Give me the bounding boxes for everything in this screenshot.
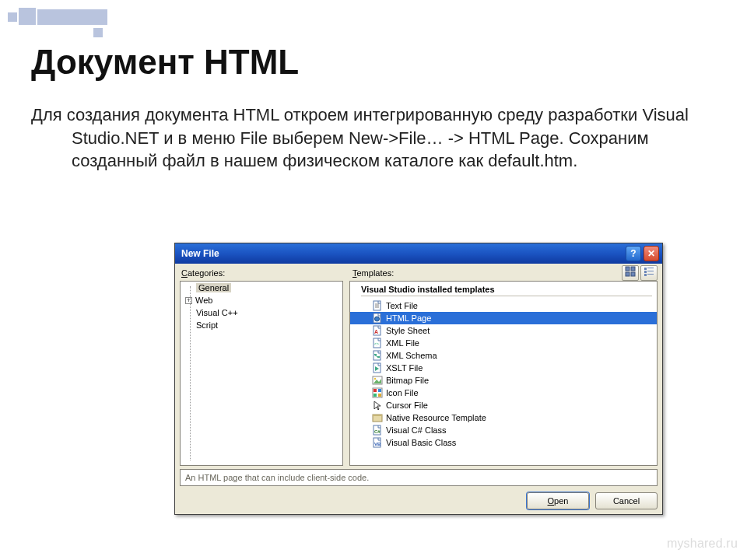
template-item-label: XSLT File <box>386 363 423 373</box>
template-item[interactable]: HTML Page <box>350 312 657 324</box>
tree-item-label: Visual C++ <box>196 308 238 317</box>
svg-text:<>: <> <box>374 341 379 346</box>
view-large-icons-button[interactable] <box>622 265 639 281</box>
tree-item[interactable]: General <box>181 282 342 294</box>
template-item-label: Style Sheet <box>386 326 430 335</box>
svg-rect-36 <box>373 415 382 416</box>
template-item[interactable]: Icon File <box>350 387 657 399</box>
svg-rect-1 <box>631 267 635 271</box>
template-item[interactable]: <>XML File <box>350 337 657 349</box>
tree-item[interactable]: Script <box>181 319 342 331</box>
small-icons-icon <box>644 266 654 280</box>
svg-point-15 <box>375 317 380 321</box>
svg-marker-34 <box>374 401 381 410</box>
svg-rect-33 <box>378 394 381 397</box>
help-button[interactable]: ? <box>626 246 641 261</box>
tree-item-label: Script <box>196 320 218 330</box>
cs-icon: C# <box>372 425 383 436</box>
template-item-label: Native Resource Template <box>386 413 486 422</box>
titlebar[interactable]: New File ? ✕ <box>175 243 662 264</box>
tree-item[interactable]: Visual C++ <box>181 306 342 319</box>
svg-rect-0 <box>626 267 630 271</box>
svg-rect-32 <box>374 394 377 397</box>
css-icon: A <box>372 325 383 336</box>
window-title: New File <box>181 248 623 259</box>
template-item-label: Bitmap File <box>386 376 429 385</box>
svg-text:C#: C# <box>374 429 381 434</box>
svg-rect-5 <box>647 268 654 268</box>
watermark: myshared.ru <box>667 537 738 551</box>
templates-label: Templates: <box>352 268 394 278</box>
description-bar: An HTML page that can include client-sid… <box>180 469 658 486</box>
svg-rect-4 <box>644 268 647 270</box>
view-small-icons-button[interactable] <box>640 265 658 281</box>
template-item-label: Cursor File <box>386 401 428 410</box>
xsd-icon <box>372 350 383 361</box>
group-header: Visual Studio installed templates <box>350 282 657 296</box>
template-item-label: Icon File <box>386 388 419 397</box>
open-button[interactable]: Open <box>527 492 589 509</box>
template-item[interactable]: XML Schema <box>350 349 657 362</box>
large-icons-icon <box>625 266 636 280</box>
vb-icon: VB <box>372 437 383 448</box>
categories-tree[interactable]: General+WebVisual C++Script <box>180 281 343 466</box>
template-item-label: XML Schema <box>386 351 437 360</box>
template-item[interactable]: VBVisual Basic Class <box>350 436 657 449</box>
cursor-icon <box>372 400 383 411</box>
template-item[interactable]: Native Resource Template <box>350 411 657 424</box>
bmp-icon <box>372 375 383 386</box>
res-icon <box>372 412 383 423</box>
template-item-label: XML File <box>386 338 419 348</box>
template-item-label: Text File <box>386 301 418 310</box>
icon-icon <box>372 387 383 398</box>
tree-item-label: Web <box>195 296 212 305</box>
expander-icon[interactable]: + <box>185 297 192 304</box>
svg-rect-2 <box>626 272 630 276</box>
template-item[interactable]: AStyle Sheet <box>350 324 657 337</box>
tree-item-label: General <box>196 283 231 292</box>
svg-rect-31 <box>378 389 381 392</box>
template-item[interactable]: Cursor File <box>350 399 657 411</box>
xml-icon: <> <box>372 338 383 348</box>
categories-label: Categories: <box>181 268 225 278</box>
svg-rect-30 <box>374 389 377 392</box>
template-item[interactable]: Text File <box>350 299 657 312</box>
svg-rect-8 <box>644 274 647 276</box>
html-icon <box>372 313 383 324</box>
template-item-label: HTML Page <box>386 313 431 323</box>
text-icon <box>372 300 383 311</box>
svg-text:VB: VB <box>374 442 381 446</box>
xslt-icon <box>372 362 383 373</box>
svg-rect-3 <box>631 272 635 276</box>
slide-decoration <box>8 5 109 36</box>
template-item[interactable]: XSLT File <box>350 362 657 374</box>
svg-rect-9 <box>647 274 654 275</box>
new-file-dialog: New File ? ✕ Categories: Templates: Gene… <box>174 243 663 515</box>
tree-item[interactable]: +Web <box>181 294 342 306</box>
template-item[interactable]: C#Visual C# Class <box>350 424 657 436</box>
cancel-button[interactable]: Cancel <box>595 492 658 509</box>
template-item[interactable]: Bitmap File <box>350 374 657 387</box>
svg-rect-7 <box>647 271 654 271</box>
close-button[interactable]: ✕ <box>644 246 659 261</box>
page-title: Документ HTML <box>31 43 747 82</box>
template-item-label: Visual Basic Class <box>386 438 456 447</box>
svg-point-28 <box>374 378 376 380</box>
templates-list[interactable]: Visual Studio installed templates Text F… <box>349 281 658 466</box>
template-item-label: Visual C# Class <box>386 425 446 435</box>
svg-rect-6 <box>644 271 647 273</box>
page-body: Для создания документа HTML откроем инте… <box>31 103 711 173</box>
svg-text:A: A <box>374 329 378 334</box>
